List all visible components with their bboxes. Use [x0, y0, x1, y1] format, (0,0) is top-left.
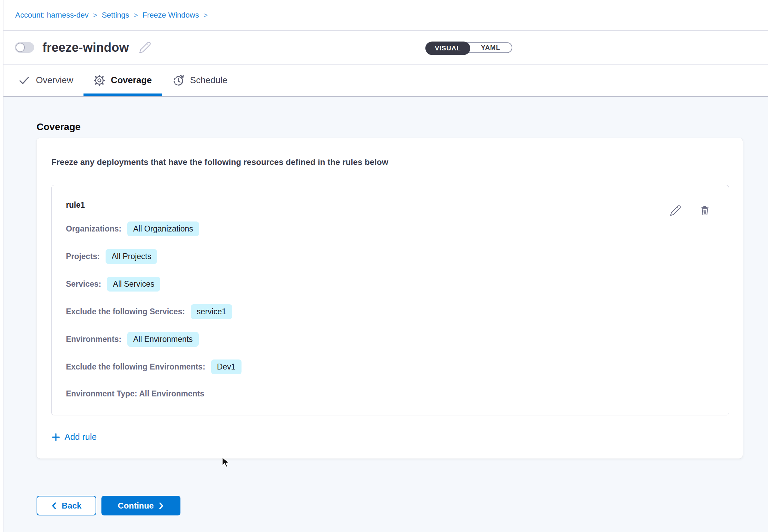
toggle-knob	[16, 43, 25, 52]
rule-value-pill: All Environments	[127, 332, 199, 347]
trash-icon	[699, 205, 710, 216]
back-button[interactable]: Back	[37, 496, 96, 515]
breadcrumb-separator: >	[204, 11, 208, 19]
rule-row-label: Projects:	[66, 252, 100, 261]
add-rule-label: Add rule	[65, 432, 97, 442]
pencil-icon	[139, 41, 151, 54]
rule-row-label: Services:	[66, 279, 101, 289]
breadcrumb: Account: harness-dev > Settings > Freeze…	[15, 11, 208, 20]
breadcrumb-separator: >	[134, 11, 138, 19]
tab-schedule-label: Schedule	[190, 75, 227, 86]
rule-value-pill: All Projects	[106, 249, 157, 264]
rule-row-services: Services: All Services	[66, 277, 715, 292]
rule-name: rule1	[66, 200, 715, 210]
tab-coverage[interactable]: Coverage	[83, 65, 162, 96]
tab-coverage-label: Coverage	[111, 75, 152, 86]
page-header: freeze-window VISUAL YAML	[0, 31, 768, 65]
rule-actions	[670, 205, 710, 216]
chevron-left-icon	[51, 502, 57, 510]
rule-row-exclude-services: Exclude the following Services: service1	[66, 304, 715, 319]
rule-card: rule1 Organizations: All Organizations P…	[51, 185, 729, 415]
continue-button[interactable]: Continue	[101, 496, 180, 515]
breadcrumb-bar: Account: harness-dev > Settings > Freeze…	[0, 0, 768, 31]
collapsed-nav-rail	[0, 0, 3, 532]
back-label: Back	[62, 501, 81, 511]
rule-value-pill: All Services	[107, 277, 160, 292]
rule-row-environments: Environments: All Environments	[66, 332, 715, 347]
wizard-nav-buttons: Back Continue	[37, 496, 768, 515]
wizard-tabs: Overview	[0, 65, 768, 97]
coverage-card: Freeze any deployments that have the fol…	[37, 138, 743, 459]
edit-title-button[interactable]	[139, 41, 151, 54]
breadcrumb-settings-link[interactable]: Settings	[102, 11, 129, 20]
rule-row-organizations: Organizations: All Organizations	[66, 221, 715, 236]
edit-rule-button[interactable]	[670, 205, 681, 216]
pencil-icon	[670, 205, 681, 216]
clock-history-icon	[173, 75, 184, 86]
environment-type-line: Environment Type: All Environments	[66, 389, 715, 398]
rule-value-pill: service1	[191, 304, 232, 319]
rule-row-exclude-environments: Exclude the following Environments: Dev1	[66, 359, 715, 374]
breadcrumb-freeze-windows-link[interactable]: Freeze Windows	[142, 11, 199, 20]
coverage-card-heading: Freeze any deployments that have the fol…	[51, 157, 729, 167]
visual-yaml-switch: VISUAL YAML	[425, 42, 512, 53]
tab-overview-label: Overview	[36, 75, 73, 86]
rule-value-pill: Dev1	[211, 359, 242, 374]
breadcrumb-separator: >	[93, 11, 97, 19]
tab-schedule[interactable]: Schedule	[162, 65, 238, 96]
add-rule-button[interactable]: Add rule	[51, 432, 97, 442]
coverage-content: Coverage Freeze any deployments that hav…	[0, 97, 768, 532]
freeze-window-page: Account: harness-dev > Settings > Freeze…	[0, 0, 768, 532]
section-title: Coverage	[37, 121, 768, 132]
continue-label: Continue	[118, 501, 154, 511]
chevron-right-icon	[158, 502, 164, 510]
rule-row-label: Exclude the following Environments:	[66, 362, 205, 372]
visual-mode-button[interactable]: VISUAL	[425, 41, 470, 55]
rule-row-projects: Projects: All Projects	[66, 249, 715, 264]
freeze-enabled-toggle[interactable]	[15, 42, 34, 53]
rule-row-label: Organizations:	[66, 224, 121, 234]
plus-icon	[51, 433, 60, 442]
page-title: freeze-window	[42, 40, 129, 55]
yaml-mode-button[interactable]: YAML	[470, 43, 512, 52]
rule-row-label: Exclude the following Services:	[66, 307, 185, 316]
rule-value-pill: All Organizations	[127, 221, 199, 236]
rule-row-label: Environments:	[66, 335, 121, 344]
delete-rule-button[interactable]	[699, 205, 710, 216]
gear-icon	[94, 75, 105, 86]
check-icon	[18, 75, 30, 86]
tab-overview[interactable]: Overview	[8, 65, 83, 96]
breadcrumb-account-link[interactable]: Account: harness-dev	[15, 11, 89, 20]
